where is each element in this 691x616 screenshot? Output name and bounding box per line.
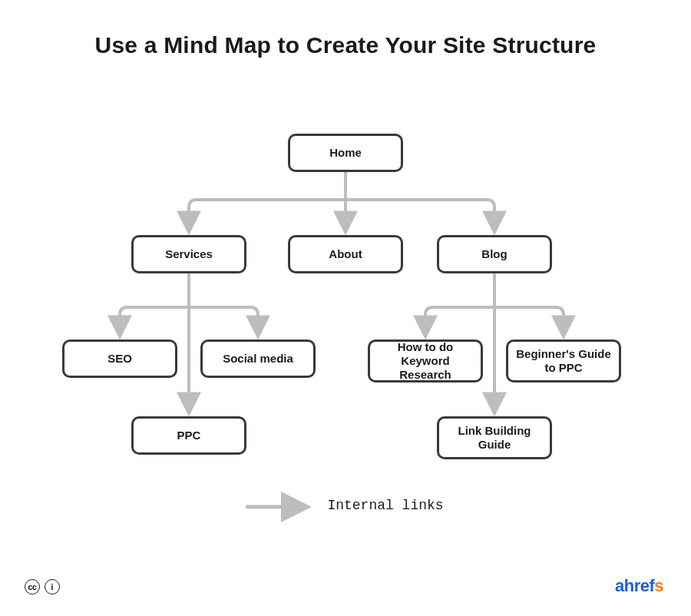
- legend-label: Internal links: [327, 498, 443, 513]
- brand-logo: ahrefs: [615, 576, 663, 596]
- diagram-title: Use a Mind Map to Create Your Site Struc…: [0, 31, 691, 60]
- node-ppc: PPC: [131, 416, 246, 455]
- node-beginners-guide-ppc: Beginner's Guide to PPC: [506, 339, 621, 383]
- brand-part1: ahref: [615, 576, 654, 595]
- node-howto-keyword-research: How to do Keyword Research: [368, 339, 483, 383]
- node-about: About: [288, 235, 403, 273]
- cc-icon: cc: [25, 579, 40, 594]
- node-social-media: Social media: [200, 339, 316, 378]
- attribution-icon: i: [45, 579, 60, 594]
- legend: Internal links: [0, 498, 691, 513]
- node-blog: Blog: [437, 235, 552, 273]
- node-link-building-guide: Link Building Guide: [437, 416, 552, 459]
- node-home: Home: [288, 134, 403, 172]
- license-icons: cc i: [25, 579, 60, 594]
- node-seo: SEO: [62, 339, 177, 378]
- node-services: Services: [131, 235, 246, 273]
- brand-part2: s: [654, 576, 663, 595]
- connectors: [0, 0, 691, 616]
